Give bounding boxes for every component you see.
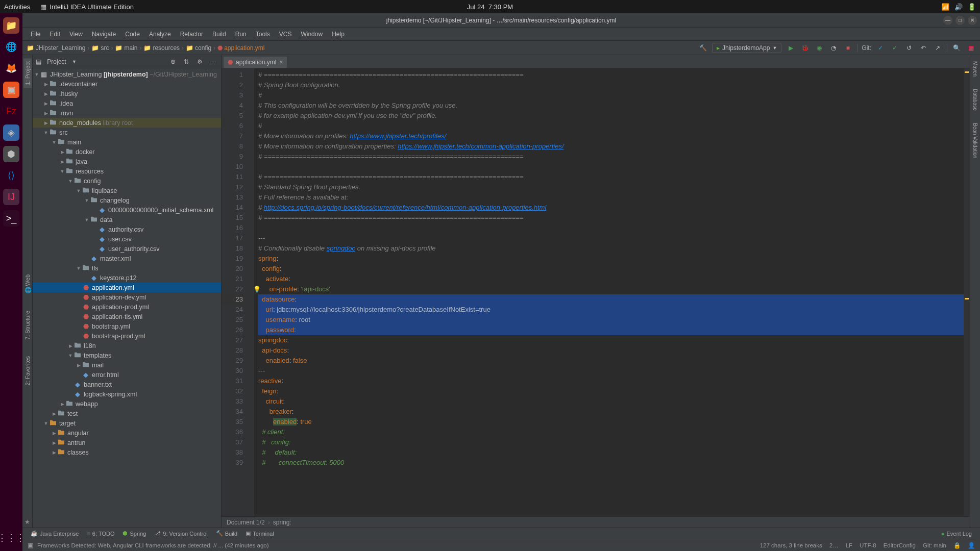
tree-folder[interactable]: ▶mail [33, 360, 221, 370]
tree-folder[interactable]: ▶node_modules library root [33, 118, 221, 128]
menu-navigate[interactable]: Navigate [88, 30, 120, 39]
tree-file[interactable]: ◆user_authority.csv [33, 244, 221, 254]
dock-terminal[interactable]: >_ [3, 210, 19, 227]
breadcrumb-item[interactable]: ⬣ application.yml [217, 44, 264, 52]
clock[interactable]: Jul 24 7:30 PM [467, 3, 513, 11]
editor[interactable]: 1234567891011121314151617181920212223242… [222, 68, 970, 516]
database-tool-button[interactable]: Database [972, 86, 978, 114]
tree-folder[interactable]: ▼main [33, 137, 221, 147]
breadcrumb-item[interactable]: 📁 main [115, 44, 137, 52]
tree-folder[interactable]: ▼src [33, 128, 221, 137]
tree-folder[interactable]: ▶.mvn [33, 108, 221, 118]
stop-button[interactable]: ■ [843, 43, 853, 53]
tree-file[interactable]: ◆master.xml [33, 254, 221, 263]
dock-files[interactable]: 📁 [3, 17, 19, 34]
dock-show-apps[interactable]: ⋮⋮⋮ [3, 530, 19, 546]
tree-folder[interactable]: ▼resources [33, 166, 221, 176]
breadcrumb-item[interactable]: 📁 config [186, 44, 211, 52]
maximize-button[interactable]: □ [955, 16, 965, 25]
dock-app2[interactable]: ◈ [3, 124, 19, 141]
status-git-branch[interactable]: Git: main [923, 542, 946, 548]
menu-refactor[interactable]: Refactor [176, 30, 207, 39]
menu-view[interactable]: View [65, 30, 87, 39]
tree-file[interactable]: ◆keystore.p12 [33, 273, 221, 283]
bean-validation-tool-button[interactable]: Bean Validation [972, 120, 978, 161]
todo-tool-button[interactable]: ≡ 6: TODO [83, 531, 118, 537]
volume-icon[interactable]: 🔊 [954, 3, 963, 11]
status-lock-icon[interactable]: 🔒 [953, 542, 961, 549]
dock-intellij[interactable]: IJ [3, 189, 19, 205]
breadcrumb-item[interactable]: 📁 JHipster_Learning [27, 44, 85, 52]
status-editorconfig[interactable]: EditorConfig [884, 542, 916, 548]
build-tool-button[interactable]: 🔨 Build [212, 530, 241, 537]
search-everywhere-button[interactable]: 🔍 [951, 43, 962, 53]
tree-file[interactable]: ⬣application-prod.yml [33, 302, 221, 312]
dock-app3[interactable]: ⬢ [3, 146, 19, 162]
tree-folder[interactable]: ▼config [33, 176, 221, 186]
tree-folder[interactable]: ▼templates [33, 350, 221, 360]
breadcrumb-item[interactable]: 📁 resources [143, 44, 180, 52]
tree-file[interactable]: ◆00000000000000_initial_schema.xml [33, 205, 221, 215]
debug-button[interactable]: 🐞 [800, 43, 810, 53]
tree-folder[interactable]: ▶docker [33, 147, 221, 157]
project-tool-button[interactable]: 1: Project [23, 58, 32, 88]
tree-folder[interactable]: ▶angular [33, 428, 221, 438]
dock-vscode[interactable]: ⟨⟩ [3, 167, 19, 184]
crumb-key[interactable]: spring: [273, 519, 291, 526]
line-number-gutter[interactable]: 1234567891011121314151617181920212223242… [222, 68, 248, 516]
menu-code[interactable]: Code [121, 30, 144, 39]
error-stripe[interactable] [964, 68, 970, 516]
breadcrumb-item[interactable]: 📁 src [91, 44, 109, 52]
dock-chrome[interactable]: 🌐 [3, 39, 19, 55]
tree-file[interactable]: ◆error.html [33, 370, 221, 380]
vcs-revert-button[interactable]: ↶ [918, 43, 928, 53]
status-message[interactable]: Frameworks Detected: Web, Angular CLI fr… [37, 542, 269, 548]
vcs-push-button[interactable]: ↗ [933, 43, 943, 53]
vcs-history-button[interactable]: ↺ [904, 43, 914, 53]
crumb-doc[interactable]: Document 1/2 [227, 519, 265, 526]
tree-file[interactable]: ⬣application-dev.yml [33, 292, 221, 302]
dock-firefox[interactable]: 🦊 [3, 60, 19, 77]
tree-folder[interactable]: ▶.idea [33, 98, 221, 108]
project-tree[interactable]: ▼ ▦ JHipster_Learning [jhipsterdemo] ~/G… [33, 68, 221, 528]
intellij-logo-icon[interactable]: ▦ [966, 43, 976, 53]
tree-folder[interactable]: ▶java [33, 157, 221, 166]
tree-file[interactable]: ⬣bootstrap.yml [33, 321, 221, 331]
editor-content[interactable]: # ======================================… [254, 68, 964, 516]
status-position[interactable]: 2… [829, 542, 839, 548]
menu-edit[interactable]: Edit [45, 30, 64, 39]
menu-build[interactable]: Build [208, 30, 230, 39]
status-line-sep[interactable]: LF [846, 542, 852, 548]
hide-button[interactable]: — [208, 57, 218, 67]
status-people-icon[interactable]: 👤 [968, 542, 975, 549]
vcs-commit-button[interactable]: ✓ [890, 43, 900, 53]
activities-button[interactable]: Activities [4, 3, 30, 11]
battery-icon[interactable]: 🔋 [968, 3, 976, 11]
select-opened-file-button[interactable]: ⊕ [168, 57, 178, 67]
maven-tool-button[interactable]: Maven [972, 58, 978, 80]
tree-folder[interactable]: ▶i18n [33, 341, 221, 350]
tree-folder[interactable]: ▼data [33, 215, 221, 224]
build-icon[interactable]: 🔨 [698, 43, 708, 53]
menu-window[interactable]: Window [297, 30, 327, 39]
tree-folder[interactable]: ▼target [33, 418, 221, 428]
menu-tools[interactable]: Tools [252, 30, 274, 39]
tree-file[interactable]: ◆logback-spring.xml [33, 389, 221, 399]
tree-file[interactable]: ◆authority.csv [33, 224, 221, 234]
tree-folder[interactable]: ▶classes [33, 447, 221, 457]
structure-tool-button[interactable]: 7: Structure [23, 308, 32, 343]
menu-analyze[interactable]: Analyze [145, 30, 175, 39]
tree-root[interactable]: ▼ ▦ JHipster_Learning [jhipsterdemo] ~/G… [33, 69, 221, 79]
tree-file[interactable]: ⬣application-tls.yml [33, 312, 221, 321]
status-encoding[interactable]: UTF-8 [860, 542, 876, 548]
tree-file[interactable]: ⬣application.yml [33, 283, 221, 292]
menu-file[interactable]: File [27, 30, 44, 39]
editor-tab-application-yml[interactable]: ⬣ application.yml × [224, 57, 287, 68]
favorites-tool-button[interactable]: 2: Favorites [23, 353, 32, 388]
tree-file[interactable]: ⬣bootstrap-prod.yml [33, 331, 221, 341]
active-app[interactable]: ▦ IntelliJ IDEA Ultimate Edition [40, 3, 134, 11]
version-control-tool-button[interactable]: ⎇ 9: Version Control [150, 530, 211, 537]
tree-folder[interactable]: ▶test [33, 409, 221, 418]
spring-tool-button[interactable]: ⬢ Spring [118, 530, 150, 537]
tree-file[interactable]: ◆user.csv [33, 234, 221, 244]
